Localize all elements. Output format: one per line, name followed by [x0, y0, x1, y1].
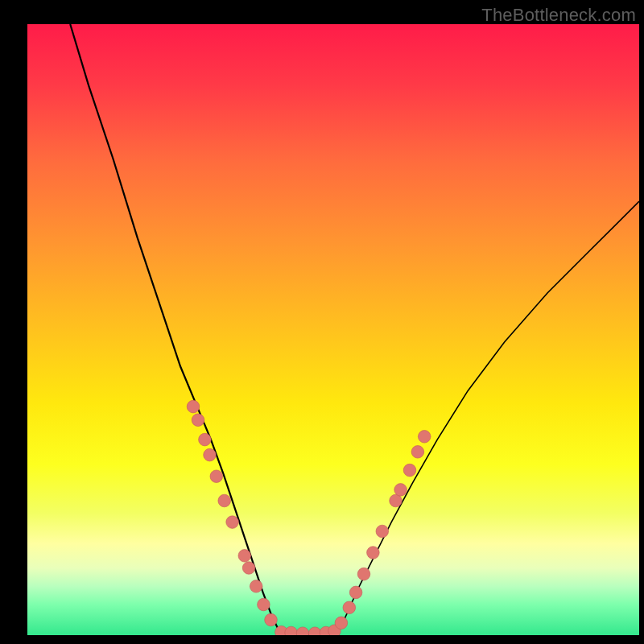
- data-point: [250, 580, 262, 593]
- data-point: [343, 601, 356, 614]
- data-point: [258, 598, 270, 611]
- data-point: [411, 446, 424, 459]
- data-point: [367, 547, 380, 559]
- data-point: [335, 617, 348, 630]
- data-point: [238, 550, 251, 563]
- data-point: [218, 494, 231, 507]
- data-point: [187, 400, 200, 413]
- data-point: [192, 414, 204, 427]
- data-point: [199, 433, 212, 446]
- data-point: [265, 613, 278, 626]
- data-point: [285, 626, 298, 635]
- curve-right-branch: [336, 201, 639, 635]
- data-point: [210, 470, 223, 483]
- data-point: [418, 431, 431, 444]
- data-point: [296, 627, 309, 635]
- data-point: [403, 464, 416, 477]
- plot-area: [27, 24, 639, 635]
- data-point: [308, 627, 321, 635]
- data-point: [226, 516, 239, 529]
- chart-frame: TheBottleneck.com: [0, 0, 644, 644]
- data-point: [242, 562, 255, 575]
- data-point: [390, 494, 402, 507]
- data-point: [376, 525, 389, 538]
- data-point: [394, 484, 407, 497]
- data-point: [349, 586, 362, 599]
- watermark-text: TheBottleneck.com: [481, 5, 636, 26]
- data-point: [357, 568, 370, 580]
- curve-left-branch: [70, 24, 281, 635]
- data-point: [204, 448, 217, 461]
- chart-svg: [27, 24, 639, 635]
